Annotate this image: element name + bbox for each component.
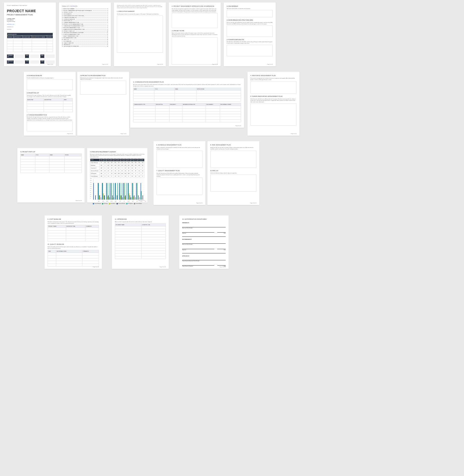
toc-row: 5.1 PROJECT STAFF LIST10: [62, 30, 108, 32]
cost-baseline-table: PROJECT PHASEBUDGETED TOTALCOMMENTS: [48, 225, 99, 241]
toc-row: 9. COST BASELINE14: [62, 41, 108, 42]
page-1: PROJECT MANAGEMENT PLAN TEMPLATE PROJECT…: [4, 2, 56, 66]
toc-row: 2.6 MILESTONE LIST6: [62, 20, 108, 22]
version-history-table: VERSION HISTORY VERSIONAPPROVED BYREVISI…: [7, 33, 53, 52]
appendices-table: DOCUMENT NAMELOCATION / LINK: [115, 223, 166, 259]
toc-row: 2.5 SCHEDULE BASELINE6: [62, 19, 108, 20]
toc-row: 2.3 WORK BREAKDOWN STRUCTURE (WBS)5: [62, 15, 108, 17]
staff-table: NAMETITLEEMAILPHONE: [20, 154, 82, 173]
page-4: 2. PROJECT MANAGEMENT APPROACH AND GOVER…: [169, 2, 221, 66]
page-number: Page 1 of 16: [47, 64, 53, 65]
toc-row: 6. SCHEDULE MANAGEMENT PLAN12: [62, 34, 108, 35]
quality-baseline-table: ITEMACCEPTABLE LEVELCOMMENTS: [48, 250, 99, 266]
page-5: 2.2 DELIVERABLES Specify the deliverable…: [224, 2, 276, 66]
page-13: 8. RISK MANAGEMENT PLAN Briefly describe…: [207, 141, 259, 205]
signoff-mini-2: APPROVED BY TITLE DATE: [7, 60, 53, 64]
toc-row: 8. RISK MANAGEMENT PLAN13: [62, 37, 108, 39]
toc-row: 8.1 RISK LOG13: [62, 39, 108, 40]
toc-row: 12. AUTHORIZATION SIGNATURES16: [62, 46, 108, 47]
toc-row: 3. COMMUNICATIONS MANAGEMENT PLAN8: [62, 25, 108, 27]
template-label: PROJECT MANAGEMENT PLAN TEMPLATE: [7, 5, 53, 6]
toc-row: 11. APPENDICES15: [62, 44, 108, 45]
toc-row: 2. PROJECT MANAGEMENT APPROACH AND GOVER…: [62, 10, 108, 11]
toc-title: TABLE OF CONTENTS: [62, 5, 108, 7]
page-10: 5.1 PROJECT STAFF LIST NAMETITLEEMAILPHO…: [17, 148, 85, 203]
toc-row: 5. HUMAN RESOURCES MANAGEMENT PLAN9: [62, 29, 108, 30]
template-intro: [Template provides a basic outline for a…: [117, 5, 163, 9]
toc-row: 7. QUALITY MANAGEMENT PLAN12: [62, 35, 108, 37]
resource-calendar-table: ROLETIMEJANFEBMARAPRMAYJUNJULAUGSEPOCTNO…: [90, 159, 145, 178]
toc-row: 2.8 PROJECT SCOPE MANAGEMENT PLAN7: [62, 24, 108, 25]
toc-row: 2.2 DELIVERABLES5: [62, 13, 108, 15]
chart-legend: Project ManagerDeveloperConsultant 1Tech…: [90, 203, 145, 204]
page-11: 5.2 RESOURCE REQUIREMENT CALENDAR A reso…: [87, 148, 147, 203]
page-12: 6. SCHEDULE MANAGEMENT PLAN Explain meth…: [153, 141, 205, 205]
page-8: 3. COMMUNICATIONS MANAGEMENT PLAN A comm…: [130, 78, 244, 128]
toc-row: 4. RESOURCE MANAGEMENT PLAN9: [62, 27, 108, 28]
toc-row: 5.2 RESOURCE REQUIREMENT CALENDAR11: [62, 32, 108, 33]
page-14: 9. COST BASELINE Detail the cost baselin…: [45, 215, 102, 269]
toc-row: 2.1 PROJECT SCOPE4: [62, 12, 108, 13]
project-title: PROJECT NAME: [7, 9, 53, 13]
page-15: 11. APPENDICES Attach or link to separat…: [112, 215, 169, 269]
page-2-toc: TABLE OF CONTENTS 1. EXECUTIVE SUMMARY32…: [59, 2, 111, 66]
toc-list: 1. EXECUTIVE SUMMARY32. PROJECT MANAGEME…: [62, 8, 108, 47]
signoff-mini: PREPARED BY TITLE DATE: [7, 54, 53, 58]
toc-row: 10. QUALITY BASELINE14: [62, 42, 108, 44]
comm-table-2: COMMUNICATION TYPEDESCRIPTIONFREQUENCYME…: [133, 103, 241, 122]
milestone-table: MILESTONEDESCRIPTIONDATE: [27, 98, 73, 112]
toc-row: 1. EXECUTIVE SUMMARY3: [62, 8, 108, 10]
toc-row: 2.4 STAKEHOLDER ANALYSIS5: [62, 17, 108, 18]
exec-summary-box: [117, 16, 163, 53]
page-7: 2.8 PROJECT SCOPE MANAGEMENT PLAN Detail…: [77, 72, 129, 136]
page-6: 2.5 SCHEDULE BASELINE Provide schedule b…: [24, 72, 76, 136]
project-subtitle: PROJECT MANAGEMENT PLAN: [7, 14, 53, 16]
page-3: [Template provides a basic outline for a…: [114, 2, 166, 66]
resource-chart: 020406080100120140160180200 JANFEBMARAPR…: [90, 179, 145, 203]
toc-row: 2.7 CHANGE MANAGEMENT PLAN6: [62, 22, 108, 23]
comm-table-1: NAMETITLEEMAILOFFICE PHONE: [133, 88, 241, 102]
h-exec-summary: 1. EXECUTIVE SUMMARY: [117, 11, 163, 12]
page-16: 12. AUTHORIZATION SIGNATURES PREPARED BY…: [179, 215, 229, 269]
page-9: 4. RESOURCE MANAGEMENT PLAN Procurement …: [247, 72, 299, 136]
